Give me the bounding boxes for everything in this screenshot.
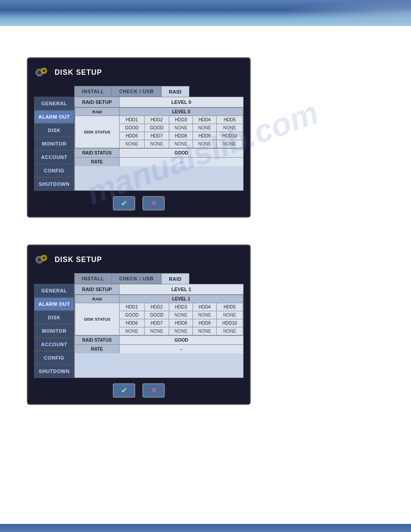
sidebar-monitor-2[interactable]: MONITOR [34,324,74,338]
val2-hdd8-1: NONE [169,140,193,148]
raid-status-label-2: RAID STATUS [75,336,120,344]
val2-hdd9-1: NONE [193,140,217,148]
val1-hdd2-1: GOOD [144,124,169,132]
rate-value-1: - [120,158,243,166]
sidebar-2: GENERAL ALARM OUT DISK MONITOR ACCOUNT C… [34,284,74,378]
confirm-button-1[interactable]: ✔ [113,196,135,210]
hdd5-2: HDD5 [217,303,243,311]
val2-hdd6-2: NONE [120,327,144,335]
raid-status-value-2: GOOD [120,336,243,344]
content-panel-2: RAID SETUP LEVEL 1 RAID LEVEL 1 DISK STA… [74,284,244,378]
svg-point-3 [43,69,45,72]
raid-setup-value-1: LEVEL 0 [120,97,243,107]
sidebar-shutdown-1[interactable]: SHUTDOWN [34,177,74,191]
sidebar-config-2[interactable]: CONFIG [34,351,74,365]
hdd8-1: HDD8 [169,132,193,140]
rate-value-2: - [120,345,243,353]
val1-hdd4-1: NONE [193,124,217,132]
hdd7-2: HDD7 [144,319,169,327]
tab-raid-1[interactable]: RAID [161,86,189,97]
raid-status-row-1: RAID STATUS GOOD [75,148,243,157]
dialog-2-title: DISK SETUP [55,256,102,264]
hdd6-1: HDD6 [120,132,144,140]
dialog-1-tabs: INSTALL CHECK / USB RAID [74,86,189,97]
sidebar-monitor-1[interactable]: MONITOR [34,137,74,150]
val2-hdd10-2: NONE [217,327,243,335]
raid-col-value-1: LEVEL 0 [120,108,243,116]
hdd4-1: HDD4 [193,116,217,124]
raid-status-value-1: GOOD [120,149,243,157]
hdd10-1: HDD10 [217,132,243,140]
hdd3-2: HDD3 [169,303,193,311]
val2-hdd9-2: NONE [193,327,217,335]
tab-install-1[interactable]: INSTALL [74,86,111,97]
hdd9-1: HDD9 [193,132,217,140]
val1-hdd1-1: GOOD [120,124,144,132]
disk-status-label-2: DISK STATUS [75,303,120,335]
sidebar-general-1[interactable]: GENERAL [34,97,74,110]
raid-setup-row-2: RAID SETUP LEVEL 1 [75,284,243,295]
svg-point-5 [38,258,41,262]
val1-hdd5-2: NONE [217,311,243,319]
sidebar-alarmout-1[interactable]: ALARM OUT [34,110,74,124]
dialog-1-body: GENERAL ALARM OUT DISK MONITOR ACCOUNT C… [34,97,244,191]
disk-status-label-1: DISK STATUS [75,116,120,148]
cancel-button-1[interactable]: ✕ [142,196,165,210]
content-panel-1: RAID SETUP LEVEL 0 RAID LEVEL 0 DISK STA… [74,97,244,191]
val1-hdd3-2: NONE [169,311,193,319]
main-content: DISK SETUP INSTALL CHECK / USB RAID GENE… [0,26,411,418]
tab-install-2[interactable]: INSTALL [74,273,111,284]
cancel-button-2[interactable]: ✕ [142,383,165,398]
val2-hdd7-1: NONE [144,140,169,148]
raid-col-label-2: RAID [75,295,120,303]
raid-setup-label-1: RAID SETUP [75,97,120,107]
dialog-2-title-bar: DISK SETUP [34,252,244,268]
sidebar-alarmout-2[interactable]: ALARM OUT [34,297,74,311]
val1-hdd5-1: NONE [217,124,243,132]
hdd1-1: HDD1 [120,116,144,124]
raid-col-label-1: RAID [75,108,120,116]
dialog-2-footer: ✔ ✕ [34,383,244,398]
gear-icon-1 [34,64,50,81]
raid-status-label-1: RAID STATUS [75,149,120,157]
raid-setup-value-2: LEVEL 1 [120,284,243,294]
raid-table-1: RAID LEVEL 0 DISK STATUS HDD1 HDD2 HDD3 … [75,107,243,148]
hdd9-2: HDD9 [193,319,217,327]
val1-hdd3-1: NONE [169,124,193,132]
val1-hdd2-2: GOOD [144,311,169,319]
sidebar-general-2[interactable]: GENERAL [34,284,74,297]
svg-point-7 [43,257,45,259]
hdd8-2: HDD8 [169,319,193,327]
dialog-2-body: GENERAL ALARM OUT DISK MONITOR ACCOUNT C… [34,284,244,378]
raid-table-2: RAID LEVEL 1 DISK STATUS HDD1 HDD2 HDD3 … [75,295,243,335]
hdd4-2: HDD4 [193,303,217,311]
val2-hdd10-1: NONE [217,140,243,148]
raid-col-value-2: LEVEL 1 [120,295,243,303]
tab-check-usb-2[interactable]: CHECK / USB [111,273,161,284]
sidebar-shutdown-2[interactable]: SHUTDOWN [34,365,74,378]
svg-point-1 [38,71,41,74]
sidebar-disk-2[interactable]: DISK [34,311,74,324]
rate-row-2: RATE - [75,344,243,353]
val2-hdd6-1: NONE [120,140,144,148]
top-banner [0,0,411,26]
raid-setup-row-1: RAID SETUP LEVEL 0 [75,97,243,107]
sidebar-config-1[interactable]: CONFIG [34,164,74,177]
tab-check-usb-1[interactable]: CHECK / USB [111,86,161,97]
rate-label-1: RATE [75,158,120,166]
raid-status-row-2: RAID STATUS GOOD [75,335,243,344]
sidebar-account-1[interactable]: ACCOUNT [34,150,74,164]
confirm-button-2[interactable]: ✔ [113,383,135,398]
sidebar-account-2[interactable]: ACCOUNT [34,338,74,351]
tab-raid-2[interactable]: RAID [161,273,189,284]
val2-hdd7-2: NONE [144,327,169,335]
rate-label-2: RATE [75,345,120,353]
sidebar-disk-1[interactable]: DISK [34,124,74,137]
dialog-2-tabs: INSTALL CHECK / USB RAID [74,273,189,284]
hdd1-2: HDD1 [120,303,144,311]
bottom-banner [0,524,411,532]
dialog-1-title: DISK SETUP [55,69,102,77]
hdd5-1: HDD5 [217,116,243,124]
hdd10-2: HDD10 [217,319,243,327]
val2-hdd8-2: NONE [169,327,193,335]
